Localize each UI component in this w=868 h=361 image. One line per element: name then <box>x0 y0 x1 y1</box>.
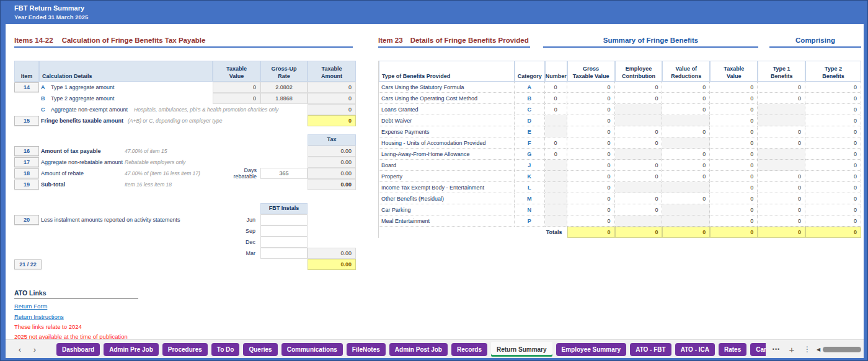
cell-non-rebatable-amount[interactable]: 0.00 <box>308 157 356 168</box>
cell-L-gross[interactable]: 0 <box>567 182 615 193</box>
cell-L-type2[interactable]: 0 <box>805 182 861 193</box>
add-sheet-button[interactable]: + <box>786 340 798 359</box>
instalment-input-jun[interactable] <box>260 214 308 225</box>
cell-D-gross[interactable]: 0 <box>567 115 615 126</box>
cell-G-gross[interactable]: 0 <box>567 149 615 160</box>
sheet-tab-rates[interactable]: Rates <box>719 343 746 356</box>
cell-E-type1[interactable]: 0 <box>758 126 805 137</box>
cell-M-gross[interactable]: 0 <box>567 193 615 204</box>
cell-N-type2[interactable]: 0 <box>805 204 861 215</box>
cell-J-employee[interactable]: 0 <box>615 160 663 171</box>
item-number-16[interactable]: 16 <box>14 146 39 156</box>
total-type1-benefits[interactable]: 0 <box>758 227 805 238</box>
cell-B-taxable[interactable]: 0 <box>710 93 758 104</box>
cell-J-gross[interactable]: 0 <box>567 160 615 171</box>
cell-A-taxable[interactable]: 0 <box>710 82 758 93</box>
total-employee-contribution[interactable]: 0 <box>615 227 663 238</box>
sheet-tab-cars[interactable]: Cars <box>750 343 766 356</box>
cell-P-gross[interactable]: 0 <box>567 215 615 227</box>
sheet-tab-admin-post-job[interactable]: Admin Post Job <box>389 343 448 356</box>
cell-J-taxable[interactable]: 0 <box>710 160 758 171</box>
cell-C-gross[interactable]: 0 <box>567 104 615 115</box>
cell-subtotal[interactable]: 0.00 <box>308 179 356 190</box>
cell-F-gross[interactable]: 0 <box>567 137 615 149</box>
sheet-tab-dashboard[interactable]: Dashboard <box>56 343 100 356</box>
sheet-tab-procedures[interactable]: Procedures <box>162 343 208 356</box>
cell-A-number[interactable]: 0 <box>545 82 567 93</box>
cell-P-type1[interactable]: 0 <box>758 215 805 227</box>
cell-E-type2[interactable]: 0 <box>805 126 861 137</box>
more-sheets-button[interactable]: ••• <box>769 340 783 359</box>
sheet-tab-ato-ica[interactable]: ATO - ICA <box>675 343 715 356</box>
cell-G-reductions[interactable]: 0 <box>662 149 710 160</box>
cell-K-reductions[interactable]: 0 <box>662 171 710 182</box>
return-form-link[interactable]: Return Form <box>14 303 200 310</box>
cell-type1-grossup-rate[interactable]: 2.0802 <box>260 82 308 93</box>
cell-B-employee[interactable]: 0 <box>615 93 663 104</box>
cell-rebate-amount[interactable]: 0.00 <box>308 168 356 179</box>
cell-E-taxable[interactable]: 0 <box>710 126 758 137</box>
cell-L-type1[interactable]: 0 <box>758 182 805 193</box>
cell-type1-taxable-value[interactable]: 0 <box>213 82 260 93</box>
cell-M-employee[interactable]: 0 <box>615 193 663 204</box>
return-instructions-link[interactable]: Return Instructions <box>14 313 200 320</box>
hscroll-left-arrow-icon[interactable]: ◀ <box>814 340 823 359</box>
cell-P-type2[interactable]: 0 <box>805 215 861 227</box>
cell-A-type1[interactable]: 0 <box>758 82 805 93</box>
cell-C-reductions[interactable]: 0 <box>662 104 710 115</box>
cell-B-gross[interactable]: 0 <box>567 93 615 104</box>
cell-type1-taxable-amount[interactable]: 0 <box>308 82 356 93</box>
cell-B-reductions[interactable]: 0 <box>662 93 710 104</box>
sheet-tab-ato-fbt[interactable]: ATO - FBT <box>630 343 671 356</box>
cell-payable-or-refund[interactable]: 0.00 <box>308 259 356 270</box>
cell-F-number[interactable]: 0 <box>545 137 567 149</box>
sheet-tab-communications[interactable]: Communications <box>281 343 343 356</box>
total-value-of-reductions[interactable]: 0 <box>662 227 710 238</box>
sheet-tab-records[interactable]: Records <box>451 343 487 356</box>
cell-E-reductions[interactable]: 0 <box>662 126 710 137</box>
cell-K-type1[interactable]: 0 <box>758 171 805 182</box>
cell-C-type2[interactable]: 0 <box>805 104 861 115</box>
item-number-17[interactable]: 17 <box>14 157 39 167</box>
cell-C-number[interactable]: 0 <box>545 104 567 115</box>
cell-E-employee[interactable]: 0 <box>615 126 663 137</box>
sheet-tab-employee-summary[interactable]: Employee Summary <box>556 343 627 356</box>
instalment-input-sep[interactable] <box>260 225 308 237</box>
item-number-18[interactable]: 18 <box>14 168 39 178</box>
cell-N-taxable[interactable]: 0 <box>710 204 758 215</box>
cell-tax-payable[interactable]: 0.00 <box>308 146 356 157</box>
sheet-tab-queries[interactable]: Queries <box>243 343 277 356</box>
cell-M-taxable[interactable]: 0 <box>710 193 758 204</box>
horizontal-scrollbar-thumb[interactable] <box>823 347 861 352</box>
days-rebatable-input[interactable]: 365 <box>260 168 308 179</box>
cell-K-type2[interactable]: 0 <box>805 171 861 182</box>
instalment-input-dec[interactable] <box>260 237 308 248</box>
sheet-tab-to-do[interactable]: To Do <box>211 343 240 356</box>
item-number-15[interactable]: 15 <box>14 116 39 126</box>
cell-P-taxable[interactable]: 0 <box>710 215 758 227</box>
cell-L-taxable[interactable]: 0 <box>710 182 758 193</box>
cell-type2-grossup-rate[interactable]: 1.8868 <box>260 93 308 104</box>
cell-G-number[interactable]: 0 <box>545 149 567 160</box>
cell-F-type2[interactable]: 0 <box>805 137 861 149</box>
cell-B-type1[interactable]: 0 <box>758 93 805 104</box>
tab-scroll-right-arrow[interactable]: › <box>29 345 40 354</box>
sheet-tab-return-summary[interactable]: Return Summary <box>491 342 552 357</box>
cell-E-gross[interactable]: 0 <box>567 126 615 137</box>
instalment-input-mar[interactable] <box>260 248 308 259</box>
total-taxable-value[interactable]: 0 <box>710 227 758 238</box>
cell-A-employee[interactable]: 0 <box>615 82 663 93</box>
cell-F-employee[interactable]: 0 <box>615 137 663 149</box>
cell-M-reductions[interactable]: 0 <box>662 193 710 204</box>
cell-A-reductions[interactable]: 0 <box>662 82 710 93</box>
item-number-19[interactable]: 19 <box>14 180 39 189</box>
tab-scroll-left-arrow[interactable]: ‹ <box>14 345 25 354</box>
cell-F-taxable[interactable]: 0 <box>710 137 758 149</box>
sheet-tab-admin-pre-job[interactable]: Admin Pre Job <box>104 343 159 356</box>
cell-K-gross[interactable]: 0 <box>567 171 615 182</box>
total-type2-benefits[interactable]: 0 <box>805 227 861 238</box>
sheet-tab-filenotes[interactable]: FileNotes <box>347 343 386 356</box>
cell-fringe-benefits-taxable-amount[interactable]: 0 <box>308 115 356 126</box>
cell-J-type2[interactable]: 0 <box>805 160 861 171</box>
cell-N-type1[interactable]: 0 <box>758 204 805 215</box>
